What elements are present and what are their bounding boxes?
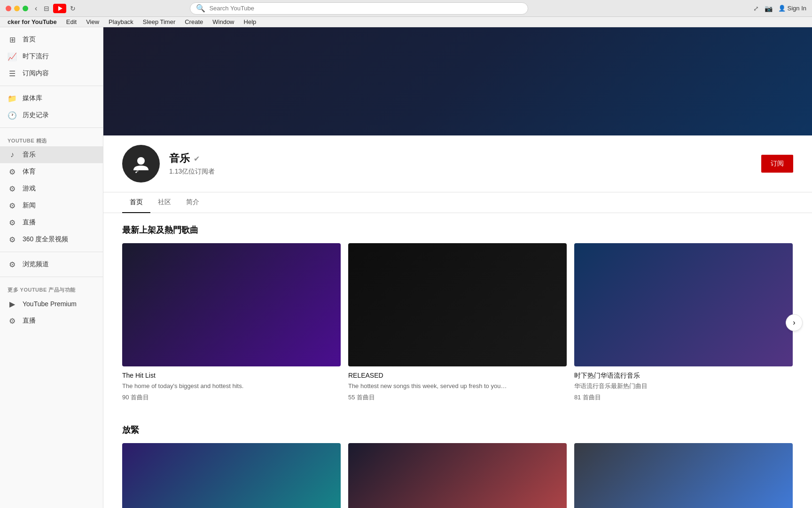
- sidebar-item-history-label: 历史记录: [23, 111, 49, 119]
- menu-help[interactable]: Help: [240, 17, 260, 26]
- playlist-thumbnail-6: [574, 443, 793, 508]
- tab-community[interactable]: 社区: [150, 192, 179, 213]
- main-content: ♪ 音乐 ✔ 1.13亿位订阅者 订阅 首页 社区 简介 最新上架及熱門歌曲: [103, 27, 812, 508]
- sidebar-item-home[interactable]: ⊞ 首页: [0, 31, 103, 48]
- sidebar-item-360[interactable]: ⚙ 360 度全景视频: [0, 231, 103, 248]
- traffic-lights: [6, 6, 28, 11]
- relax-grid: Warm-hearted Mandopop Ballad 81 首曲目 悠闲放松…: [122, 443, 793, 508]
- history-icon: 🕐: [8, 111, 17, 120]
- playlist-card-1[interactable]: The Hit List The home of today's biggest…: [122, 243, 341, 402]
- menu-sleep-timer[interactable]: Sleep Timer: [139, 17, 179, 26]
- subscriptions-icon: ☰: [8, 69, 17, 78]
- playlist-thumbnail-1: [122, 243, 341, 366]
- sidebar-item-sports[interactable]: ⚙ 体育: [0, 163, 103, 180]
- channel-banner: [103, 27, 812, 135]
- relax-title: 放緊: [122, 424, 793, 436]
- sidebar-item-subscriptions-label: 订阅内容: [23, 69, 49, 78]
- sidebar-item-trending-label: 时下流行: [23, 52, 49, 61]
- sidebar-item-subscriptions[interactable]: ☰ 订阅内容: [0, 65, 103, 82]
- layout-button[interactable]: ⊟: [44, 5, 49, 12]
- reload-button[interactable]: ↻: [70, 5, 76, 12]
- new-hot-grid: The Hit List The home of today's biggest…: [122, 243, 793, 402]
- sidebar: ⊞ 首页 📈 时下流行 ☰ 订阅内容 📁 媒体库 🕐 历史记录 YOUTUBE …: [0, 27, 103, 508]
- menu-playback[interactable]: Playback: [105, 17, 137, 26]
- sidebar-item-library-label: 媒体库: [23, 94, 42, 103]
- gaming-icon: ⚙: [8, 184, 17, 193]
- playlist-thumbnail-5: [348, 443, 567, 508]
- playlist-desc-3: 华语流行音乐最新热门曲目: [574, 382, 793, 390]
- playlist-card-2[interactable]: RELEASED The hottest new songs this week…: [348, 243, 567, 402]
- playlist-count-3: 81 首曲目: [574, 393, 793, 402]
- sidebar-item-browse-label: 浏览频道: [23, 260, 49, 269]
- tab-home[interactable]: 首页: [122, 192, 150, 213]
- camera-button[interactable]: 📷: [765, 5, 773, 12]
- app-body: ⊞ 首页 📈 时下流行 ☰ 订阅内容 📁 媒体库 🕐 历史记录 YOUTUBE …: [0, 27, 812, 508]
- chevron-right-icon: ›: [793, 318, 795, 327]
- premium-icon: ▶: [8, 299, 17, 309]
- home-icon: ⊞: [8, 35, 17, 44]
- playlist-card-3[interactable]: 时下热门华语流行音乐 华语流行音乐最新热门曲目 81 首曲目: [574, 243, 793, 402]
- back-button[interactable]: ‹: [32, 3, 40, 14]
- sidebar-item-history[interactable]: 🕐 历史记录: [0, 107, 103, 124]
- sidebar-item-music[interactable]: ♪ 音乐: [0, 146, 103, 163]
- pip-button[interactable]: ⤢: [753, 5, 759, 12]
- playlist-thumbnail-2: [348, 243, 567, 366]
- sidebar-item-news[interactable]: ⚙ 新闻: [0, 197, 103, 214]
- close-button[interactable]: [6, 6, 11, 11]
- playlist-card-5[interactable]: 悠闲放松的经典音乐 过去几十年的轻松曲风流行音乐。 115 首曲目: [348, 443, 567, 508]
- trending-icon: 📈: [8, 52, 17, 61]
- sidebar-item-music-label: 音乐: [23, 151, 36, 159]
- news-icon: ⚙: [8, 201, 17, 210]
- music-icon: ♪: [8, 150, 17, 159]
- svg-text:♪: ♪: [134, 165, 139, 175]
- search-input[interactable]: [209, 5, 522, 12]
- playlist-thumbnail-4: [122, 443, 341, 508]
- playlist-desc-2: The hottest new songs this week, served …: [348, 382, 567, 390]
- sidebar-item-live-label: 直播: [23, 218, 36, 227]
- sidebar-item-live2-label: 直播: [23, 317, 36, 325]
- maximize-button[interactable]: [23, 6, 28, 11]
- new-hot-title: 最新上架及熱門歌曲: [122, 224, 793, 236]
- minimize-button[interactable]: [14, 6, 20, 11]
- sign-in-button[interactable]: 👤 Sign In: [778, 5, 806, 12]
- sidebar-item-library[interactable]: 📁 媒体库: [0, 90, 103, 107]
- search-icon: 🔍: [196, 4, 205, 13]
- menu-view[interactable]: View: [82, 17, 103, 26]
- person-icon: 👤: [778, 5, 786, 12]
- sidebar-item-browse-channels[interactable]: ⚙ 浏览频道: [0, 256, 103, 273]
- titlebar-right: ⤢ 📷 👤 Sign In: [753, 5, 806, 12]
- youtube-logo: [53, 4, 66, 13]
- playlist-title-1: The Hit List: [122, 371, 341, 381]
- live2-icon: ⚙: [8, 316, 17, 325]
- sidebar-item-live2[interactable]: ⚙ 直播: [0, 312, 103, 329]
- sidebar-item-home-label: 首页: [23, 35, 36, 44]
- playlist-card-6[interactable]: 流行音乐和独立轻音乐 这个合辑中都是轻快悦耳的歌曲，让您一整天拥有好心情。 99…: [574, 443, 793, 508]
- channel-info-bar: ♪ 音乐 ✔ 1.13亿位订阅者 订阅: [103, 135, 812, 192]
- subscribe-button[interactable]: 订阅: [761, 155, 793, 173]
- sports-icon: ⚙: [8, 167, 17, 176]
- playlist-card-4[interactable]: Warm-hearted Mandopop Ballad 81 首曲目: [122, 443, 341, 508]
- verified-icon: ✔: [194, 154, 200, 163]
- youtube-picks-label: YOUTUBE 精选: [0, 132, 103, 146]
- menu-edit[interactable]: Edit: [62, 17, 80, 26]
- sidebar-item-live[interactable]: ⚙ 直播: [0, 214, 103, 231]
- sidebar-item-trending[interactable]: 📈 时下流行: [0, 48, 103, 65]
- relax-section: 放緊 Warm-hearted Mandopop Ballad 81 首曲目 悠…: [103, 413, 812, 508]
- svg-point-2: [137, 157, 145, 165]
- new-hot-scroll-right[interactable]: ›: [786, 314, 803, 331]
- sidebar-divider-1: [0, 86, 103, 86]
- menu-window[interactable]: Window: [209, 17, 238, 26]
- tab-about[interactable]: 简介: [179, 192, 207, 213]
- sidebar-item-premium[interactable]: ▶ YouTube Premium: [0, 295, 103, 312]
- playlist-title-3: 时下热门华语流行音乐: [574, 371, 793, 381]
- sidebar-item-gaming[interactable]: ⚙ 游戏: [0, 180, 103, 197]
- playlist-count-2: 55 首曲目: [348, 393, 567, 402]
- playlist-thumbnail-3: [574, 243, 793, 366]
- channel-name: 音乐: [169, 151, 190, 166]
- 360-icon: ⚙: [8, 235, 17, 244]
- playlist-desc-1: The home of today's biggest and hottest …: [122, 382, 341, 390]
- menu-create[interactable]: Create: [181, 17, 207, 26]
- sidebar-item-sports-label: 体育: [23, 167, 36, 176]
- sidebar-item-premium-label: YouTube Premium: [23, 300, 77, 308]
- search-bar: 🔍: [190, 2, 528, 15]
